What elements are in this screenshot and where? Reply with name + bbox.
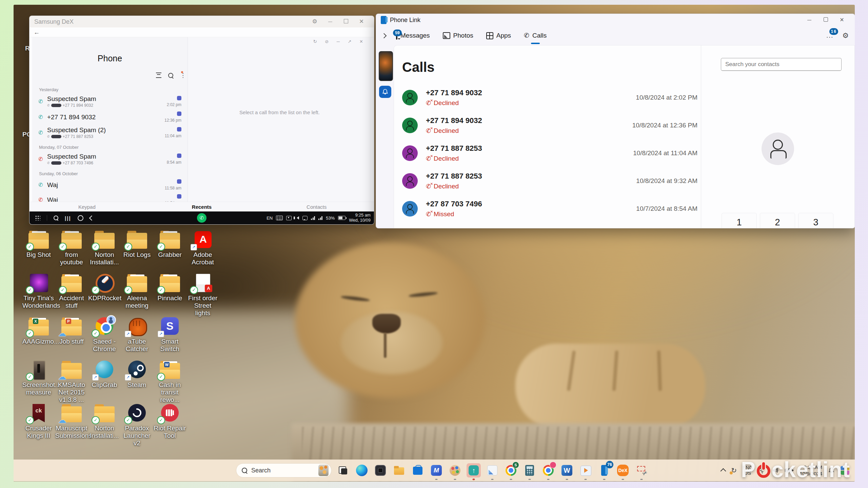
call-log-item[interactable]: ✆Suspected Spam✆+27 87 703 74968:54 am	[38, 151, 182, 167]
recents-nav-icon[interactable]: |||	[65, 215, 71, 221]
tab-calls[interactable]: ✆Calls	[523, 30, 547, 41]
dex-close-button[interactable]: ✕	[354, 16, 369, 27]
desktop-icon-job-stuff[interactable]: P☁Job stuff	[55, 317, 88, 345]
call-action-icon[interactable]	[177, 194, 181, 199]
dex-taskbar-icon[interactable]: DeX	[616, 463, 630, 477]
tab-keypad[interactable]: Keypad	[29, 204, 144, 210]
phone-app-taskbar-icon[interactable]: ✆	[197, 213, 206, 223]
desktop-icon-riot-repair-tool[interactable]: ✓Riot Repair Tool	[154, 404, 186, 440]
sync-status-icon[interactable]: ↻	[731, 466, 737, 474]
phone-link-minimize-button[interactable]	[801, 14, 817, 26]
call-action-icon[interactable]	[177, 154, 181, 158]
desktop-icon-tiny-tina-s-wonderlands[interactable]: ✓Tiny Tina's Wonderlands	[22, 274, 55, 309]
hidden-icons-chevron[interactable]	[721, 468, 726, 474]
photos-icon[interactable]	[485, 463, 499, 477]
cloud-upload-icon[interactable]: ↑	[467, 463, 481, 477]
phone-link-close-button[interactable]: ✕	[834, 14, 850, 26]
notifications-app-icon[interactable]	[379, 86, 391, 98]
dialpad-key-2[interactable]: 2ABC	[760, 213, 795, 228]
call-history-row[interactable]: +27 87 703 7496✆Missed10/7/2024 at 8:54 …	[402, 195, 701, 223]
back-arrow-icon[interactable]: ←	[34, 29, 40, 36]
tab-apps[interactable]: Apps	[486, 30, 512, 41]
desktop-icon-screenshot-measure[interactable]: ✓Screenshot... measure	[22, 361, 55, 396]
phone-link-maximize-button[interactable]	[817, 14, 834, 26]
start-button[interactable]	[221, 465, 232, 476]
desktop-icon-smart-switch[interactable]: ↗Smart Switch	[154, 317, 186, 353]
call-action-icon[interactable]	[177, 111, 181, 116]
call-log-item[interactable]: ✆Suspected Spam✆+27 71 894 90322:02 pm	[38, 94, 182, 110]
dialpad-key-1[interactable]: 1	[722, 213, 757, 228]
call-log-item[interactable]: ✆Waj11:58 am	[38, 178, 182, 192]
screen-capture-icon[interactable]	[286, 216, 292, 220]
chrome-profile-s-icon[interactable]: S	[504, 463, 518, 477]
desktop-icon-steam[interactable]: ↗Steam	[121, 361, 153, 389]
call-log-item[interactable]: ✆Waj11:54 am	[38, 192, 182, 202]
desktop-icon-norton-installati-[interactable]: ✓Norton Installati...	[88, 230, 121, 266]
desktop-icon-atube-catcher[interactable]: ↗aTube Catcher	[121, 317, 153, 353]
calculator-icon[interactable]	[522, 463, 537, 477]
dex-clock[interactable]: 9:25 am Wed, 10/09	[349, 213, 371, 223]
call-history-row[interactable]: +27 71 894 9032✆Declined10/8/2024 at 2:0…	[402, 84, 701, 111]
desktop-icon-grabber[interactable]: ✓Grabber	[154, 230, 186, 259]
dex-app-window-controls[interactable]: ↻ ⊘ ─ ↗ ✕	[313, 39, 367, 44]
keyboard-language[interactable]: EN	[267, 216, 273, 221]
medibang-icon[interactable]: M	[429, 463, 443, 477]
paint-icon[interactable]	[448, 463, 462, 477]
dex-maximize-button[interactable]	[338, 16, 354, 27]
desktop-icon-manuscript-submissions[interactable]: ☁Manuscript Submissions	[55, 404, 88, 440]
call-log-item[interactable]: ✆Suspected Spam (2)✆+27 71 887 825311:04…	[38, 125, 182, 141]
desktop-icon-norton-installati-[interactable]: ✓Norton Installati...	[88, 404, 121, 440]
expand-sidebar-icon[interactable]	[381, 33, 387, 38]
desktop-icon-accident-stuff[interactable]: ✓Accident stuff	[55, 274, 88, 309]
desktop-icon-first-order-street-lights[interactable]: ✓First order Street lights	[186, 274, 219, 317]
desktop-icon-kdprocket[interactable]: ✓KDPRocket	[88, 274, 121, 302]
dex-settings-button[interactable]: ⚙	[307, 16, 322, 27]
desktop-icon-riot-logs[interactable]: ✓Riot Logs	[121, 230, 153, 259]
volume-icon[interactable]	[295, 216, 299, 220]
call-history-row[interactable]: +27 71 894 9032✆Declined10/8/2024 at 12:…	[402, 111, 701, 139]
desktop-icon-aleena-meeting[interactable]: ✓Aleena meeting	[121, 274, 153, 309]
dex-search-icon[interactable]	[54, 216, 58, 220]
home-nav-icon[interactable]	[78, 215, 83, 221]
desktop-icon-paradox-launcher-v2[interactable]: ✓Paradox Launcher v2	[121, 404, 153, 447]
back-nav-icon[interactable]	[89, 215, 94, 221]
notification-icon[interactable]	[302, 216, 308, 220]
keyboard-icon[interactable]	[276, 216, 283, 220]
overflow-menu-button[interactable]: ... 16	[826, 32, 833, 39]
desktop-icon-crusader-kings-iii[interactable]: ✓Crusader Kings III	[22, 404, 55, 440]
tab-photos[interactable]: Photos	[442, 30, 474, 41]
contact-search-input[interactable]	[721, 58, 842, 71]
edge-icon[interactable]	[355, 463, 369, 477]
tab-contacts[interactable]: Contacts	[259, 204, 374, 210]
dark-launcher-icon[interactable]	[373, 463, 388, 477]
more-menu-icon[interactable]	[180, 73, 181, 78]
search-icon[interactable]	[168, 73, 173, 78]
dex-minimize-button[interactable]	[322, 16, 338, 27]
desktop-icon-cash-in-transit-rewo-[interactable]: W✓Cash in transit rewo...	[154, 361, 186, 404]
desktop-icon-clipgrab[interactable]: ↗ClipGrab	[88, 361, 121, 389]
filter-icon[interactable]	[156, 73, 161, 78]
apps-grid-icon[interactable]	[35, 215, 40, 221]
file-explorer-icon[interactable]	[392, 463, 406, 477]
call-history-row[interactable]: +27 71 887 8253✆Declined10/8/2024 at 11:…	[402, 139, 701, 167]
desktop-icon-aaagizmo-[interactable]: X✓AAAGizmo...	[22, 317, 55, 345]
word-icon[interactable]: W	[560, 463, 574, 477]
tab-messages[interactable]: 59Messages	[395, 30, 431, 41]
media-player-icon[interactable]	[578, 463, 593, 477]
desktop-icon-from-youtube[interactable]: ✓from youtube	[55, 230, 88, 266]
desktop-icon-kmsauto-net-2015-v1-3-8-[interactable]: ☁KMSAuto Net 2015 v1.3.8 ...	[55, 361, 88, 404]
taskbar-search-box[interactable]: Search	[236, 463, 332, 477]
call-action-icon[interactable]	[177, 127, 181, 131]
tab-recents[interactable]: Recents	[144, 204, 259, 210]
phone-screen-thumbnail[interactable]	[379, 51, 393, 81]
microsoft-store-icon[interactable]	[411, 463, 425, 477]
task-view-button[interactable]	[336, 463, 350, 477]
chrome-profile-2-icon[interactable]	[541, 463, 555, 477]
snipping-tool-icon[interactable]	[634, 463, 649, 477]
desktop-icon-saeed-chrome[interactable]: ✓Saeed - Chrome	[88, 317, 121, 353]
desktop-icon-adobe-acrobat[interactable]: ↗Adobe Acrobat	[186, 230, 219, 266]
call-action-icon[interactable]	[177, 179, 181, 184]
call-action-icon[interactable]	[177, 96, 181, 100]
settings-gear-icon[interactable]: ⚙	[842, 32, 849, 40]
phone-link-taskbar-icon[interactable]: 76	[597, 463, 611, 477]
